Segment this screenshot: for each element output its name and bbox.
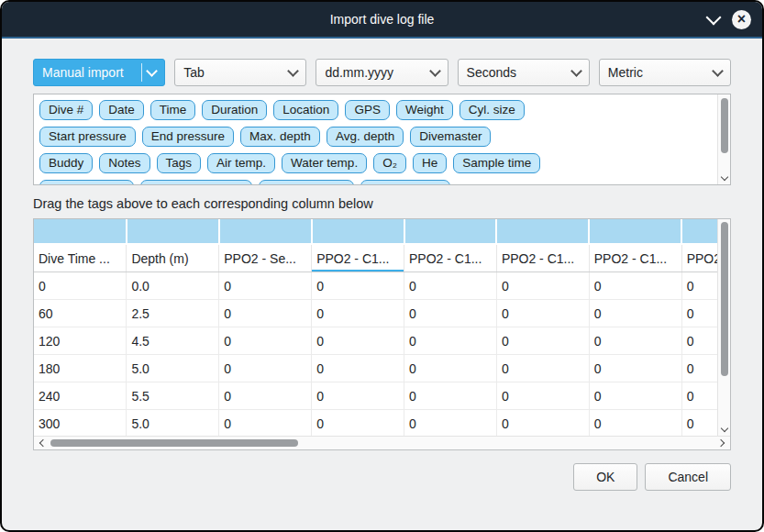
table-cell: 0.0 [127,272,219,300]
drop-target-row [34,219,731,244]
combo-row: Manual importTabdd.mm.yyyySecondsMetric [33,59,731,86]
column-header: Dive Time ... [34,244,127,272]
combo-import-mode[interactable]: Manual import [33,59,165,86]
tag-sample-cns[interactable]: Sample CNS [360,180,450,185]
table-cell: 0 [312,410,404,438]
table-cell: 120 [34,327,127,355]
tag-list: Dive #DateTimeDurationLocationGPSWeightC… [34,94,730,185]
scroll-down-arrow-icon[interactable] [718,171,731,183]
header-row: Dive Time ...Depth (m)PPO2 - Se...PPO2 -… [34,244,731,272]
tag-o[interactable]: O₂ [373,153,406,173]
tag-sample-time[interactable]: Sample time [453,153,540,173]
column-header: PPO2 - C1... [404,244,497,272]
column-header: Depth (m) [127,244,219,272]
tag-weight[interactable]: Weight [396,100,453,120]
tag-cyl-size[interactable]: Cyl. size [460,100,525,120]
drop-target-cell[interactable] [404,219,497,244]
table-cell: 0 [404,410,497,438]
drop-target-cell[interactable] [496,219,589,244]
scrollbar-thumb[interactable] [50,439,298,447]
drop-target-cell[interactable] [589,219,681,244]
tag-duration[interactable]: Duration [202,100,267,120]
scroll-down-arrow-icon[interactable] [718,422,731,435]
table-cell: 0 [404,327,497,355]
table-cell: 0 [496,410,589,438]
tag-gps[interactable]: GPS [345,100,390,120]
tag-end-pressure[interactable]: End pressure [142,127,234,147]
tag-air-temp[interactable]: Air temp. [207,153,275,173]
table-cell: 0 [312,327,404,355]
table-cell: 0 [34,272,127,300]
tag-area: Dive #DateTimeDurationLocationGPSWeightC… [33,94,731,185]
tag-max-depth[interactable]: Max. depth [240,127,320,147]
tag-sample-pressure[interactable]: Sample pressure [140,180,252,185]
table-cell: 0 [589,327,681,355]
combo-duration-format[interactable]: Seconds [458,59,590,86]
table-cell: 0 [219,355,312,382]
table-cell: 0 [496,327,589,355]
drop-target-cell[interactable] [219,219,312,244]
table-cell: 0 [404,382,497,410]
table-cell: 0 [219,272,312,300]
table-cell: 0 [404,355,497,382]
table-cell: 5.0 [127,410,219,438]
table-cell: 0 [219,410,312,438]
table-cell: 0 [589,272,681,300]
chevron-down-icon[interactable] [706,10,722,26]
tag-he[interactable]: He [413,153,447,173]
cancel-button[interactable]: Cancel [645,463,731,491]
table-cell: 0 [219,382,312,410]
tag-row: Dive #DateTimeDurationLocationGPSWeightC… [39,100,712,120]
scrollbar-thumb[interactable] [721,98,728,153]
tag-location[interactable]: Location [273,100,338,120]
ok-button[interactable]: OK [573,463,637,491]
combo-value: Seconds [467,65,567,80]
tag-time[interactable]: Time [150,100,196,120]
tag-dive[interactable]: Dive # [39,100,93,120]
table-cell: 0 [312,272,404,300]
close-button[interactable]: × [732,10,751,29]
tag-divemaster[interactable]: Divemaster [410,127,491,147]
table-cell: 60 [34,300,127,327]
scroll-right-arrow-icon[interactable] [714,437,728,449]
tag-water-temp[interactable]: Water temp. [282,153,367,173]
tag-row: Sample depthSample pressureSample temp.S… [39,180,712,185]
chevron-down-icon [426,60,439,85]
titlebar: Import dive log file × [2,2,762,39]
tag-notes[interactable]: Notes [99,153,149,173]
titlebar-controls: × [708,2,751,37]
table-cell: 240 [34,382,127,410]
table-row: 00.0000000 [34,272,731,300]
tag-tags[interactable]: Tags [157,153,202,173]
table-body: 00.0000000602.50000001204.50000001805.00… [34,272,731,438]
tag-area-scrollbar[interactable] [717,94,730,184]
scroll-left-arrow-icon[interactable] [36,437,50,449]
drop-target-cell[interactable] [127,219,219,244]
table-cell: 180 [34,355,127,382]
table-vertical-scrollbar[interactable] [717,219,730,436]
tag-sample-depth[interactable]: Sample depth [39,180,134,185]
table-cell: 5.5 [127,382,219,410]
table-cell: 0 [496,355,589,382]
column-header: PPO2 - C1... [589,244,681,272]
scrollbar-thumb[interactable] [721,222,728,376]
table-row: 1805.0000000 [34,355,731,382]
combo-value: Metric [608,65,708,80]
combo-date-format[interactable]: dd.mm.yyyy [316,59,448,86]
column-header: PPO2 - Se... [219,244,312,272]
drop-target-cell[interactable] [312,219,404,244]
table-cell: 0 [589,410,681,438]
combo-field-separator[interactable]: Tab [174,59,306,86]
table-cell: 4.5 [127,327,219,355]
tag-start-pressure[interactable]: Start pressure [39,127,136,147]
combo-value: Manual import [42,65,141,80]
tag-sample-temp[interactable]: Sample temp. [259,180,353,185]
combo-units[interactable]: Metric [599,59,731,86]
table-horizontal-scrollbar[interactable] [34,436,730,449]
table-row: 2405.5000000 [34,382,731,410]
tag-buddy[interactable]: Buddy [39,153,93,173]
drop-target-cell[interactable] [34,219,127,244]
import-preview-grid: Dive Time ...Depth (m)PPO2 - Se...PPO2 -… [34,219,731,438]
tag-avg-depth[interactable]: Avg. depth [327,127,404,147]
tag-date[interactable]: Date [99,100,144,120]
